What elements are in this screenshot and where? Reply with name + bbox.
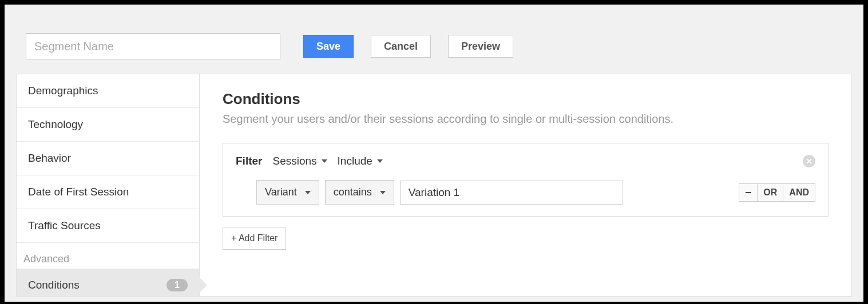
chevron-down-icon: [305, 191, 311, 194]
chevron-down-icon: [380, 191, 386, 194]
remove-condition-button[interactable]: –: [739, 183, 758, 202]
include-dropdown[interactable]: Include: [338, 155, 383, 167]
condition-value-input[interactable]: [400, 181, 623, 205]
header-buttons: Save Cancel Preview: [303, 35, 513, 58]
chevron-down-icon: [377, 159, 383, 163]
preview-button[interactable]: Preview: [448, 35, 513, 58]
include-value: Include: [338, 155, 372, 167]
condition-row-actions: – OR AND: [739, 183, 815, 202]
match-type-dropdown[interactable]: contains: [325, 180, 394, 205]
filter-box: Filter Sessions Include: [223, 143, 829, 217]
chevron-down-icon: [322, 159, 327, 163]
sidebar-item-demographics[interactable]: Demographics: [17, 74, 199, 108]
sidebar-item-label: Technology: [28, 118, 83, 130]
sidebar-item-label: Date of First Session: [28, 186, 129, 198]
sidebar-item-behavior[interactable]: Behavior: [17, 142, 199, 175]
panel-description: Segment your users and/or their sessions…: [223, 113, 829, 126]
conditions-count-badge: 1: [167, 279, 188, 291]
save-button[interactable]: Save: [303, 35, 354, 58]
cancel-button[interactable]: Cancel: [371, 35, 431, 58]
sidebar-item-technology[interactable]: Technology: [17, 108, 199, 142]
sidebar-section-label-text: Advanced: [23, 253, 69, 265]
filter-label: Filter: [236, 155, 262, 167]
sidebar-item-conditions[interactable]: Conditions 1: [17, 269, 199, 297]
sidebar-item-label: Behavior: [28, 152, 71, 164]
close-icon: [806, 158, 812, 164]
app-frame: Save Cancel Preview Demographics Technol…: [5, 5, 863, 302]
dimension-dropdown[interactable]: Variant: [256, 180, 319, 205]
add-filter-button[interactable]: + Add Filter: [223, 227, 286, 250]
remove-filter-button[interactable]: [803, 155, 815, 167]
sidebar-section-advanced: Advanced: [17, 243, 199, 269]
filter-header: Filter Sessions Include: [236, 155, 815, 167]
content-row: Demographics Technology Behavior Date of…: [16, 74, 852, 297]
or-button[interactable]: OR: [757, 183, 783, 202]
sidebar-item-date-first-session[interactable]: Date of First Session: [17, 175, 199, 209]
match-value: contains: [334, 186, 372, 198]
segment-name-input[interactable]: [26, 33, 280, 59]
and-button[interactable]: AND: [783, 183, 815, 202]
sidebar-item-label: Demographics: [28, 85, 98, 97]
sidebar: Demographics Technology Behavior Date of…: [17, 74, 200, 296]
main-panel: Conditions Segment your users and/or the…: [200, 74, 851, 296]
filter-condition-row: Variant contains – OR AND: [236, 180, 815, 205]
segment-builder: Save Cancel Preview Demographics Technol…: [5, 5, 863, 302]
sidebar-item-label: Conditions: [28, 279, 80, 291]
header-row: Save Cancel Preview: [5, 33, 863, 59]
dimension-value: Variant: [265, 186, 297, 198]
panel-title: Conditions: [223, 90, 829, 108]
scope-dropdown[interactable]: Sessions: [272, 155, 327, 167]
sidebar-item-label: Traffic Sources: [28, 219, 101, 231]
scope-value: Sessions: [272, 155, 316, 167]
sidebar-item-traffic-sources[interactable]: Traffic Sources: [17, 209, 199, 243]
